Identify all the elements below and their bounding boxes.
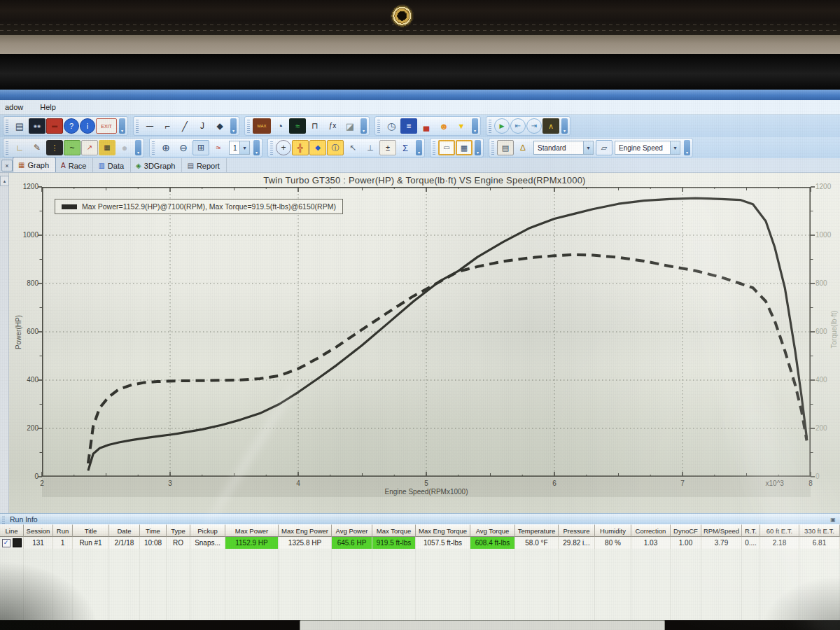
- user-icon[interactable]: ☻: [435, 118, 452, 134]
- panel-view-icon[interactable]: ▭: [438, 140, 455, 155]
- chevron-down-icon[interactable]: ▾: [239, 141, 249, 154]
- run-table-row[interactable]: ✓1311Run #12/1/1810:08ROSnaps...1152.9 H…: [0, 537, 840, 549]
- pulse-icon[interactable]: ⊓: [307, 118, 323, 134]
- fill-toggle-icon[interactable]: ◆: [309, 140, 326, 155]
- tab-race[interactable]: ARace: [56, 158, 93, 172]
- column-header-max-torque[interactable]: Max Torque: [372, 524, 416, 537]
- drag-grip[interactable]: [489, 119, 491, 133]
- column-header-max-power[interactable]: Max Power: [225, 524, 279, 537]
- menu-item-adow[interactable]: adow: [3, 102, 25, 112]
- tab-data[interactable]: ▥Data: [93, 158, 131, 172]
- notes-icon[interactable]: ▤: [497, 140, 514, 155]
- run-visible-checkbox[interactable]: ✓: [2, 539, 10, 547]
- ink-tool-icon[interactable]: ◆: [211, 118, 228, 134]
- drag-grip[interactable]: [6, 141, 8, 155]
- toolbar-overflow-button[interactable]: ▾: [253, 140, 260, 155]
- column-header-title[interactable]: Title: [73, 524, 109, 537]
- eraser-icon[interactable]: ◪: [342, 118, 358, 134]
- scope-icon[interactable]: ≈: [289, 118, 306, 134]
- gauge-icon[interactable]: ◔: [272, 118, 288, 134]
- toolbar-overflow-button[interactable]: ▾: [230, 118, 237, 134]
- scroll-up-arrow-icon[interactable]: ▲: [0, 176, 9, 186]
- column-header-max-eng-power[interactable]: Max Eng Power: [279, 524, 332, 537]
- toolbar-overflow-button[interactable]: ▾: [119, 118, 125, 134]
- drag-grip[interactable]: [270, 141, 273, 155]
- panel-grip[interactable]: [2, 516, 5, 524]
- run-info-header[interactable]: Run Info ▣: [0, 513, 840, 525]
- dome-icon[interactable]: ●: [116, 140, 133, 155]
- toolbar-overflow-button[interactable]: ▾: [475, 140, 481, 155]
- column-header-type[interactable]: Type: [167, 524, 190, 537]
- toolbar-overflow-button[interactable]: ▾: [135, 140, 141, 155]
- drag-grip[interactable]: [136, 119, 139, 133]
- toolbar-overflow-button[interactable]: ▾: [360, 118, 367, 134]
- max-display-icon[interactable]: MAX: [253, 118, 271, 134]
- zoom-in-icon[interactable]: ⊕: [158, 140, 174, 155]
- filter-icon[interactable]: ▼: [453, 118, 470, 134]
- curve-tool-icon[interactable]: J: [194, 118, 211, 134]
- grid-toggle-icon[interactable]: ╬: [292, 140, 309, 155]
- table-view-icon[interactable]: ▦: [456, 140, 472, 155]
- snapshot-clock-icon[interactable]: ◷: [383, 118, 400, 134]
- column-header-session[interactable]: Session: [24, 524, 53, 537]
- tab-3dgraph[interactable]: ◈3DGraph: [131, 158, 182, 172]
- trend-graph-icon[interactable]: ↗: [81, 140, 98, 155]
- column-header-time[interactable]: Time: [140, 524, 167, 537]
- x-axis-select[interactable]: Engine Speed▾: [615, 141, 680, 155]
- close-panel-button[interactable]: ×: [1, 160, 13, 172]
- toolbar-overflow-button[interactable]: ▾: [416, 140, 422, 155]
- info-toggle-icon[interactable]: ⓘ: [327, 140, 344, 155]
- road-icon[interactable]: ∧: [542, 118, 559, 134]
- toolbox-icon[interactable]: ▬: [46, 118, 63, 134]
- scales-icon[interactable]: ∆: [514, 140, 531, 155]
- drag-grip[interactable]: [247, 119, 250, 133]
- column-header-max-eng-torque[interactable]: Max Eng Torque: [416, 524, 470, 537]
- pointer-icon[interactable]: ↖: [344, 140, 361, 155]
- line-width-select[interactable]: 1▾: [229, 141, 250, 155]
- drag-grip[interactable]: [377, 119, 380, 133]
- print-icon[interactable]: ▤: [11, 118, 28, 134]
- slope-tool-icon[interactable]: ╱: [176, 118, 193, 134]
- tab-graph[interactable]: ▦Graph: [13, 157, 56, 172]
- line-style-icon[interactable]: ≈: [210, 140, 227, 155]
- left-scrollbar[interactable]: ▲: [0, 173, 9, 513]
- column-header-humidity[interactable]: Humidity: [595, 524, 631, 537]
- chevron-down-icon[interactable]: ▾: [670, 141, 680, 154]
- distribution-icon[interactable]: ⊥: [362, 140, 379, 155]
- column-header-pickup[interactable]: Pickup: [190, 524, 225, 537]
- toolbar-overflow-button[interactable]: ▾: [684, 140, 690, 155]
- skip-back-button[interactable]: ⇤: [510, 118, 526, 134]
- green-graph-icon[interactable]: ~: [64, 140, 80, 155]
- book-icon[interactable]: ≣: [400, 118, 417, 134]
- exit-button[interactable]: EXIT: [96, 118, 117, 134]
- run-color-swatch[interactable]: [13, 538, 22, 547]
- traffic-light-icon[interactable]: ⋮: [46, 140, 63, 155]
- grid-view-icon[interactable]: ⊞: [192, 140, 209, 155]
- pen-icon[interactable]: ✎: [29, 140, 46, 155]
- cassette-icon[interactable]: ◉◉: [29, 118, 46, 134]
- plus-minus-icon[interactable]: ±: [379, 140, 396, 155]
- toolbar-overflow-button[interactable]: ▾: [472, 118, 478, 134]
- menu-item-help[interactable]: Help: [38, 102, 58, 112]
- drag-grip[interactable]: [152, 141, 155, 155]
- tab-report[interactable]: ▤Report: [182, 158, 226, 172]
- ruler-icon[interactable]: ∟: [11, 140, 28, 155]
- play-button[interactable]: ▶: [494, 118, 510, 134]
- center-target-icon[interactable]: +: [276, 140, 291, 155]
- column-header-rpm-speed[interactable]: RPM/Speed: [701, 524, 742, 537]
- car-icon[interactable]: ▄: [418, 118, 435, 134]
- column-header-pressure[interactable]: Pressure: [559, 524, 595, 537]
- column-header-date[interactable]: Date: [109, 524, 140, 537]
- step-tool-icon[interactable]: ⌐: [159, 118, 176, 134]
- pin-icon[interactable]: ▣: [829, 515, 837, 524]
- line-tool-icon[interactable]: ─: [141, 118, 158, 134]
- column-header-temperature[interactable]: Temperature: [515, 524, 559, 537]
- column-header-330-ft-e-t-[interactable]: 330 ft E.T.: [799, 524, 840, 537]
- fx-icon[interactable]: ƒx: [324, 118, 341, 134]
- column-header-correction[interactable]: Correction: [631, 524, 671, 537]
- column-header-line[interactable]: Line: [0, 524, 24, 537]
- column-header-avg-torque[interactable]: Avg Torque: [470, 524, 515, 537]
- correction-select[interactable]: Standard▾: [533, 141, 594, 155]
- help-icon[interactable]: ?: [64, 118, 79, 134]
- drag-grip[interactable]: [491, 141, 494, 155]
